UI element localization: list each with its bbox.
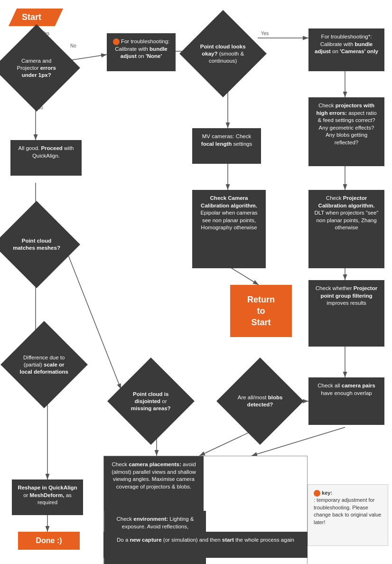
return-to-start-box[interactable]: Return to Start bbox=[230, 285, 292, 337]
camera-errors-diamond: Camera and Projector errors under 1px? bbox=[0, 24, 80, 112]
new-capture-box: Do a new capture (or simulation) and the… bbox=[103, 532, 308, 558]
check-camera-placements-box: Check camera placements: avoid (almost) … bbox=[104, 456, 204, 511]
difference-scale-deform-diamond: Difference due to (partial) scale or loc… bbox=[0, 321, 88, 408]
svg-line-12 bbox=[228, 266, 259, 285]
svg-text:No: No bbox=[70, 43, 76, 48]
troubleshoot-cameras-only-box: For troubleshooting*: Calibrate with bun… bbox=[308, 28, 384, 71]
orange-dot-key bbox=[314, 490, 320, 497]
point-cloud-matches-diamond: Point cloud matches meshes? bbox=[0, 201, 80, 288]
check-camera-calib-box: Check Camera Calibration algorithm. Epip… bbox=[192, 190, 266, 268]
svg-text:Yes: Yes bbox=[261, 31, 269, 36]
point-cloud-okay-diamond: Point cloud looks okay? (smooth & contin… bbox=[179, 10, 267, 97]
start-label: Start bbox=[9, 9, 63, 26]
point-cloud-disjointed-diamond: Point cloud is disjointed or missing are… bbox=[107, 357, 195, 445]
troubleshoot-bundle-none-box: For troubleshooting: Calibrate with bund… bbox=[107, 33, 176, 71]
all-good-box: All good. Proceed with QuickAlign. bbox=[10, 140, 82, 176]
mv-cameras-focal-box: MV cameras: Check focal length settings bbox=[192, 128, 261, 164]
check-projector-point-group-box: Check whether Projector point group filt… bbox=[308, 280, 384, 347]
key-box: key: : temporary adjustment for troubles… bbox=[308, 484, 388, 546]
flowchart: Yes No No No Yes Start Camera and Projec… bbox=[0, 0, 392, 564]
done-shape: Done :) bbox=[18, 532, 80, 550]
check-projector-calib-box: Check Projector Calibration algorithm. D… bbox=[308, 190, 384, 268]
blobs-detected-diamond: Are all/most blobs detected? bbox=[216, 357, 304, 445]
reshape-box: Reshape in QuickAlign or MeshDeform, as … bbox=[12, 479, 83, 515]
check-projectors-high-errors-box: Check projectors with high errors: aspec… bbox=[308, 97, 384, 166]
check-camera-pairs-box: Check all camera pairs have enough overl… bbox=[308, 377, 384, 425]
orange-dot-1 bbox=[113, 38, 120, 45]
